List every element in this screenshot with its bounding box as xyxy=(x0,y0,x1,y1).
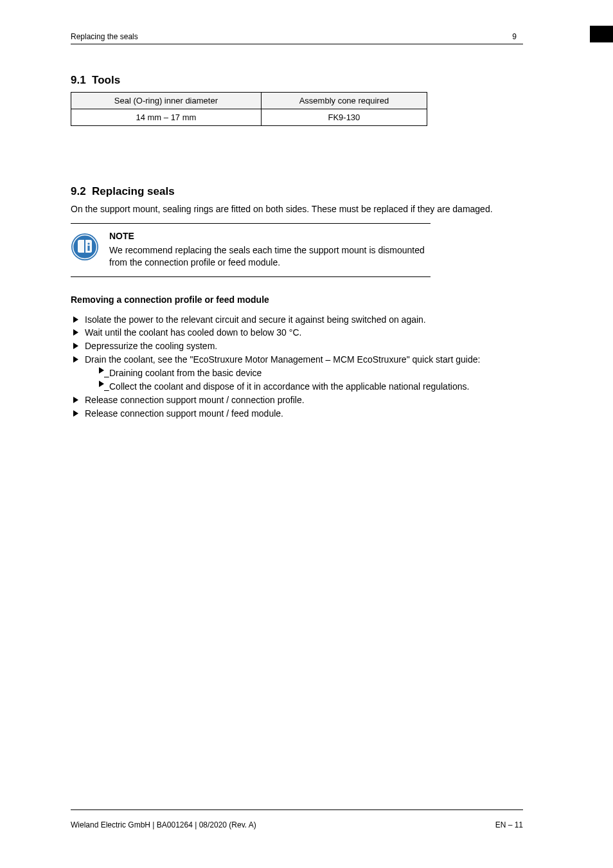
header-rule xyxy=(71,44,523,44)
header-right: 9 xyxy=(512,32,517,41)
table-row: Seal (O-ring) inner diameter Assembly co… xyxy=(71,93,427,109)
note-text: We recommend replacing the seals each ti… xyxy=(109,244,431,269)
running-header: Replacing the seals 9 xyxy=(71,32,517,41)
footer-rule xyxy=(71,809,523,810)
footer-right: EN – 11 xyxy=(495,820,523,829)
footer-left: Wieland Electric GmbH | BA001264 | 08/20… xyxy=(71,820,256,829)
running-footer: Wieland Electric GmbH | BA001264 | 08/20… xyxy=(71,820,523,829)
list-item: Release connection support mount / conne… xyxy=(71,394,513,406)
section-9-2-heading: 9.2 Replacing seals xyxy=(71,185,513,198)
note-title: NOTE xyxy=(109,231,134,241)
list-item: Wait until the coolant has cooled down t… xyxy=(71,327,513,339)
section-9-1-heading: 9.1 Tools xyxy=(71,74,513,87)
list-item: Release connection support mount / feed … xyxy=(71,408,513,420)
main-content: 9.1 Tools Seal (O-ring) inner diameter A… xyxy=(71,74,513,429)
svg-point-3 xyxy=(87,242,89,244)
list-item: Draining coolant from the basic device xyxy=(99,367,513,379)
list-item: Isolate the power to the relevant circui… xyxy=(71,314,513,326)
subheading: Removing a connection profile or feed mo… xyxy=(71,294,513,306)
manual-info-icon xyxy=(71,233,99,261)
table-header: Seal (O-ring) inner diameter xyxy=(71,93,262,109)
table-cell: FK9-130 xyxy=(261,109,427,126)
sub-list: Draining coolant from the basic device C… xyxy=(99,367,513,393)
tools-table: Seal (O-ring) inner diameter Assembly co… xyxy=(71,92,427,126)
list-item: Collect the coolant and dispose of it in… xyxy=(99,381,513,393)
header-left: Replacing the seals xyxy=(71,32,138,41)
table-header: Assembly cone required xyxy=(261,93,427,109)
table-cell: 14 mm – 17 mm xyxy=(71,109,262,126)
svg-rect-4 xyxy=(87,246,89,251)
body-text: On the support mount, sealing rings are … xyxy=(71,203,513,215)
list-item: Depressurize the cooling system. xyxy=(71,340,513,352)
procedure-list: Isolate the power to the relevant circui… xyxy=(71,314,513,420)
list-item: Drain the coolant, see the "EcoStruxure … xyxy=(71,354,513,393)
note-block: NOTE We recommend replacing the seals ea… xyxy=(71,223,431,277)
page-tab xyxy=(590,26,613,42)
table-row: 14 mm – 17 mm FK9-130 xyxy=(71,109,427,126)
